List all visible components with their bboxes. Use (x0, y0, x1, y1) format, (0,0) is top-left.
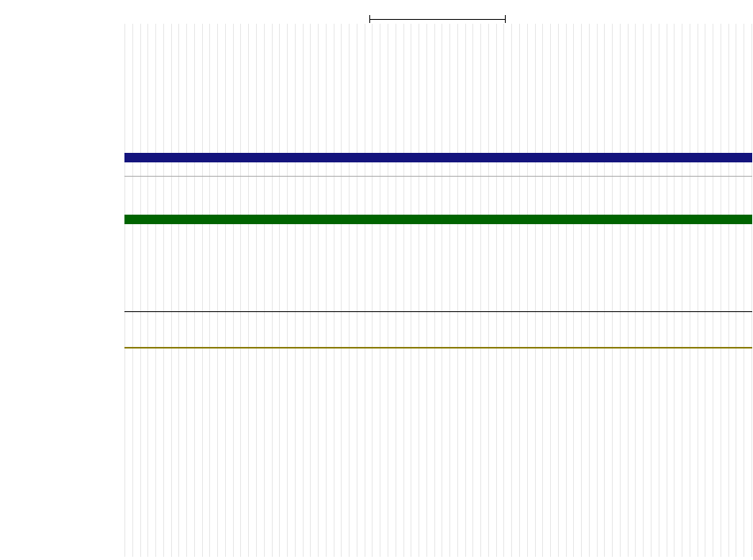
phylop-max-label (0, 353, 120, 364)
publications-track-title[interactable] (124, 166, 751, 176)
scale-label (0, 13, 120, 23)
multiz-track-title[interactable] (124, 405, 751, 415)
window-position-label (0, 2, 120, 12)
omim-genes-label[interactable] (0, 215, 120, 225)
h3k27ac-label[interactable] (0, 329, 120, 339)
vert-cons-label[interactable] (0, 372, 120, 383)
phylop-min-label (0, 388, 120, 398)
ucsc-genome-browser (0, 0, 753, 560)
gtex-baseline (124, 311, 752, 312)
gencode-track-title[interactable] (124, 52, 751, 63)
omim-genes-bar[interactable] (124, 215, 752, 224)
dbsnp-track-title[interactable] (124, 227, 751, 238)
gtex-track-title[interactable] (124, 251, 751, 261)
repeatmasker-track-title[interactable] (124, 520, 751, 531)
sequences-track-line (124, 176, 752, 177)
strand-direction-label (0, 40, 120, 50)
omim-track-title[interactable] (124, 203, 751, 213)
scale-bar (369, 15, 506, 23)
window-position-title (124, 2, 751, 13)
repeatmasker-label[interactable] (0, 536, 120, 547)
h3k27ac-track-title[interactable] (124, 316, 751, 326)
phylop-track-title[interactable] (124, 353, 751, 364)
refseq-curated-gene-bar[interactable] (124, 153, 752, 162)
sequences-label[interactable] (0, 177, 120, 187)
chrom-label (0, 28, 120, 38)
grid-lines (124, 24, 752, 557)
h3k27ac-baseline (124, 347, 752, 349)
refseq-track-title[interactable] (124, 141, 751, 151)
gaps-label[interactable] (0, 417, 120, 427)
refseq-curated-label[interactable] (0, 153, 120, 163)
snps-label[interactable] (0, 188, 120, 198)
gtex-gene-label[interactable] (0, 282, 120, 292)
common-dbsnp-label[interactable] (0, 238, 120, 249)
